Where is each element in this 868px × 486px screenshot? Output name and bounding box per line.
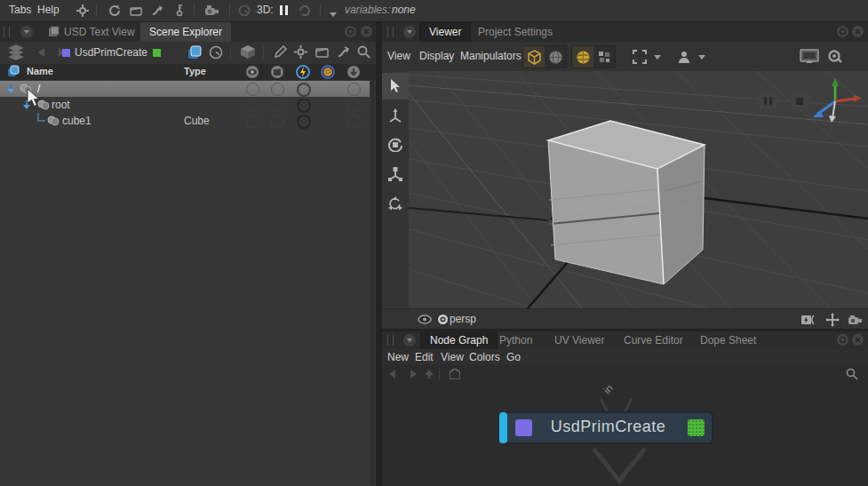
visibility-toggle[interactable] [246,115,259,128]
scale-tool-button[interactable] [382,161,409,187]
spiral-button-icon[interactable] [209,45,223,60]
tree-row-root-slash[interactable]: / [0,81,370,97]
current-node-label[interactable]: UsdPrimCreate [75,46,147,59]
panel-close-button[interactable] [852,26,864,37]
tab-uv-viewer[interactable]: UV Viewer [545,331,613,349]
panel-close-button[interactable] [361,26,372,37]
download-toggle[interactable] [347,99,361,112]
camera-user-dropdown[interactable] [677,50,705,64]
menu-tabs[interactable]: Tabs [9,4,31,16]
variables-dropdown-caret[interactable] [330,7,337,20]
translate-tool-button[interactable] [382,102,409,129]
tab-curve-editor[interactable]: Curve Editor [615,331,692,349]
live-update-toggle[interactable] [297,115,311,129]
search-icon[interactable] [846,368,858,380]
search-icon[interactable] [357,45,370,59]
tab-dope-sheet[interactable]: Dope Sheet [691,331,765,349]
type-column-header[interactable]: Type [184,66,206,76]
tab-python[interactable]: Python [490,331,541,349]
exposure-icon[interactable] [801,315,817,325]
home-node-icon[interactable] [450,369,460,379]
tab-scene-explorer[interactable]: Scene Explorer [140,22,231,42]
visibility-toggle[interactable] [246,83,259,96]
tab-viewer[interactable]: Viewer [419,22,471,42]
edit-pencil-icon[interactable] [274,45,287,59]
usd-cards-icon[interactable] [187,44,203,60]
panel-drag-handle[interactable] [387,27,394,37]
tree-row-root[interactable]: root [0,97,370,113]
variables-value[interactable]: none [392,4,416,16]
panel-menu-button[interactable] [20,26,33,38]
default-lighting-button[interactable] [572,46,593,68]
select-tool-button[interactable] [382,73,409,100]
display-monitor-icon[interactable] [800,49,819,64]
name-column-header[interactable]: Name [27,66,53,76]
panel-close-button[interactable] [852,334,864,346]
live-update-toggle[interactable] [297,83,311,97]
viewport-3d[interactable] [409,71,868,308]
render-toggle[interactable] [271,115,284,128]
download-toggle[interactable] [347,115,361,128]
render-toggle[interactable] [271,83,284,96]
ng-menu-new[interactable]: New [387,351,409,363]
visibility-toggle[interactable] [246,99,259,112]
clapper-icon[interactable] [315,46,329,58]
ng-menu-colors[interactable]: Colors [469,351,500,363]
snapshot-camera-icon[interactable] [828,50,842,63]
render-camera-icon[interactable] [204,4,219,19]
pause-icon[interactable] [280,5,288,15]
download-toggle[interactable] [347,83,361,96]
live-update-column-icon[interactable] [296,65,310,79]
camera-icon[interactable] [848,315,863,325]
curve-icon[interactable] [151,4,163,20]
key-icon[interactable] [174,4,185,20]
panel-menu-button[interactable] [403,26,416,38]
panel-detach-button[interactable] [837,334,848,346]
panel-drag-handle[interactable] [4,27,10,37]
tab-node-graph[interactable]: Node Graph [420,331,498,349]
pause-playback-button[interactable] [757,92,778,109]
tree-scrollbar[interactable] [370,80,375,485]
render-column-icon[interactable] [270,65,284,79]
panel-menu-button[interactable] [403,334,416,347]
viewer-menu-manipulators[interactable]: Manipulators [460,50,522,62]
gear-icon[interactable] [294,45,307,59]
tab-project-settings[interactable]: Project Settings [469,22,561,42]
shaded-cube-button[interactable] [523,46,545,68]
viewer-menu-view[interactable]: View [387,50,410,62]
panel-drag-handle[interactable] [387,335,394,346]
curve-icon[interactable] [337,45,350,59]
ng-menu-go[interactable]: Go [506,351,521,363]
selection-mode-dropdown[interactable] [633,50,661,64]
pan-move-icon[interactable] [825,313,840,327]
visibility-column-icon[interactable] [245,65,259,79]
panel-detach-button[interactable] [837,26,848,37]
download-column-icon[interactable] [346,65,361,79]
rotate-tool-button[interactable] [382,131,409,158]
snapshot-box-icon[interactable] [240,44,256,60]
viewer-menu-display[interactable]: Display [419,50,454,62]
settings-gear-icon[interactable] [76,4,89,20]
globe-view-button[interactable] [545,46,566,68]
material-column-icon[interactable] [321,65,335,79]
panel-splitter-horizontal[interactable] [382,329,868,331]
texture-view-button[interactable] [593,46,615,68]
ng-menu-view[interactable]: View [441,351,464,363]
camera-name-label[interactable]: persp [450,313,476,325]
sync-icon[interactable] [108,4,121,20]
panel-splitter-vertical[interactable] [376,22,382,486]
render-toggle[interactable] [271,99,284,112]
expand-arrow-icon[interactable] [5,84,16,94]
clapper-icon[interactable] [130,5,142,19]
layer-stack-icon[interactable] [7,44,25,60]
eye-icon[interactable] [418,315,432,324]
panel-detach-button[interactable] [345,26,356,37]
camera-aperture-icon[interactable] [437,314,449,325]
tab-usd-text-view[interactable]: USD Text View [46,22,144,42]
live-update-toggle[interactable] [297,99,311,113]
tree-row-cube1[interactable]: cube1 Cube [0,113,370,129]
transform-tool-button[interactable] [382,190,409,217]
node-graph-canvas[interactable]: in UsdPrimCreate [382,384,868,486]
usd-prim-create-node[interactable]: UsdPrimCreate [504,412,713,443]
menu-help[interactable]: Help [37,4,60,16]
